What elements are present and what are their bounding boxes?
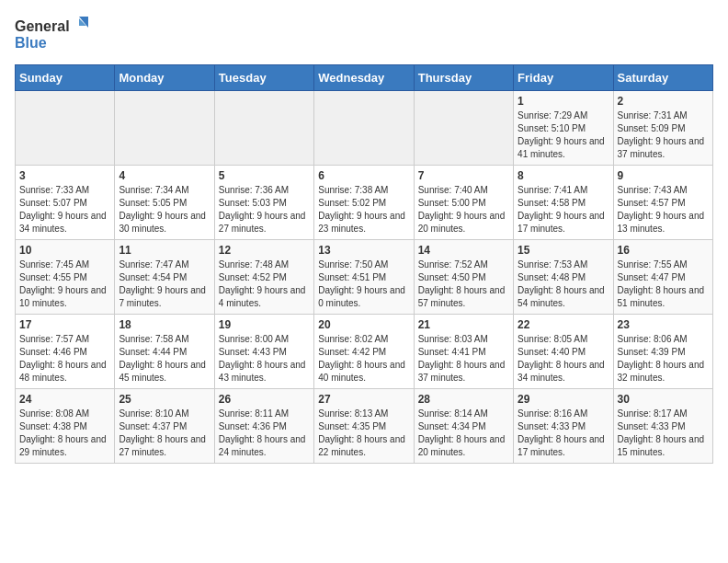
day-info: Sunrise: 8:16 AM Sunset: 4:33 PM Dayligh…: [518, 408, 609, 459]
header: GeneralBlue: [15, 15, 713, 53]
day-info: Sunrise: 7:36 AM Sunset: 5:03 PM Dayligh…: [219, 184, 310, 236]
day-cell: 21Sunrise: 8:03 AM Sunset: 4:41 PM Dayli…: [414, 315, 513, 389]
day-number: 30: [618, 393, 709, 406]
day-number: 17: [19, 318, 110, 331]
day-cell: [314, 91, 414, 166]
day-info: Sunrise: 8:06 AM Sunset: 4:39 PM Dayligh…: [618, 333, 709, 385]
day-number: 12: [219, 244, 310, 257]
day-number: 29: [518, 393, 609, 406]
week-row-5: 24Sunrise: 8:08 AM Sunset: 4:38 PM Dayli…: [16, 389, 713, 464]
day-number: 23: [618, 318, 709, 331]
day-number: 8: [518, 169, 609, 182]
day-cell: 4Sunrise: 7:34 AM Sunset: 5:05 PM Daylig…: [115, 166, 214, 240]
day-info: Sunrise: 8:02 AM Sunset: 4:42 PM Dayligh…: [318, 333, 409, 385]
day-cell: [414, 91, 513, 166]
week-row-3: 10Sunrise: 7:45 AM Sunset: 4:55 PM Dayli…: [16, 240, 713, 315]
week-row-4: 17Sunrise: 7:57 AM Sunset: 4:46 PM Dayli…: [16, 315, 713, 389]
day-cell: 9Sunrise: 7:43 AM Sunset: 4:57 PM Daylig…: [613, 166, 712, 240]
day-number: 5: [219, 169, 310, 182]
day-cell: [16, 91, 115, 166]
day-number: 6: [318, 169, 409, 182]
day-info: Sunrise: 7:48 AM Sunset: 4:52 PM Dayligh…: [219, 259, 310, 310]
day-info: Sunrise: 7:34 AM Sunset: 5:05 PM Dayligh…: [119, 184, 210, 236]
day-info: Sunrise: 7:29 AM Sunset: 5:10 PM Dayligh…: [518, 109, 609, 161]
day-number: 26: [219, 393, 310, 406]
weekday-header-wednesday: Wednesday: [314, 65, 414, 91]
week-row-1: 1Sunrise: 7:29 AM Sunset: 5:10 PM Daylig…: [16, 91, 713, 166]
day-cell: 8Sunrise: 7:41 AM Sunset: 4:58 PM Daylig…: [514, 166, 613, 240]
day-cell: 17Sunrise: 7:57 AM Sunset: 4:46 PM Dayli…: [16, 315, 115, 389]
day-number: 10: [19, 244, 110, 257]
day-info: Sunrise: 8:14 AM Sunset: 4:34 PM Dayligh…: [418, 408, 509, 459]
day-cell: 22Sunrise: 8:05 AM Sunset: 4:40 PM Dayli…: [514, 315, 613, 389]
day-number: 22: [518, 318, 609, 331]
calendar-table: SundayMondayTuesdayWednesdayThursdayFrid…: [15, 64, 713, 464]
day-number: 24: [19, 393, 110, 406]
day-cell: 5Sunrise: 7:36 AM Sunset: 5:03 PM Daylig…: [214, 166, 313, 240]
day-cell: 24Sunrise: 8:08 AM Sunset: 4:38 PM Dayli…: [16, 389, 115, 464]
day-cell: 26Sunrise: 8:11 AM Sunset: 4:36 PM Dayli…: [214, 389, 313, 464]
day-info: Sunrise: 8:00 AM Sunset: 4:43 PM Dayligh…: [219, 333, 310, 385]
day-info: Sunrise: 7:33 AM Sunset: 5:07 PM Dayligh…: [19, 184, 110, 236]
day-number: 27: [318, 393, 409, 406]
day-number: 21: [418, 318, 509, 331]
day-cell: 16Sunrise: 7:55 AM Sunset: 4:47 PM Dayli…: [613, 240, 712, 315]
day-cell: 19Sunrise: 8:00 AM Sunset: 4:43 PM Dayli…: [214, 315, 313, 389]
day-cell: 30Sunrise: 8:17 AM Sunset: 4:33 PM Dayli…: [613, 389, 712, 464]
logo-icon: GeneralBlue: [15, 15, 97, 53]
day-info: Sunrise: 7:31 AM Sunset: 5:09 PM Dayligh…: [618, 109, 709, 161]
day-cell: 13Sunrise: 7:50 AM Sunset: 4:51 PM Dayli…: [314, 240, 414, 315]
day-number: 15: [518, 244, 609, 257]
day-info: Sunrise: 7:58 AM Sunset: 4:44 PM Dayligh…: [119, 333, 210, 385]
day-info: Sunrise: 8:17 AM Sunset: 4:33 PM Dayligh…: [618, 408, 709, 459]
day-cell: 14Sunrise: 7:52 AM Sunset: 4:50 PM Dayli…: [414, 240, 513, 315]
day-cell: 27Sunrise: 8:13 AM Sunset: 4:35 PM Dayli…: [314, 389, 414, 464]
day-number: 18: [119, 318, 210, 331]
day-number: 7: [418, 169, 509, 182]
day-info: Sunrise: 8:10 AM Sunset: 4:37 PM Dayligh…: [119, 408, 210, 459]
day-number: 14: [418, 244, 509, 257]
weekday-header-saturday: Saturday: [613, 65, 712, 91]
day-number: 9: [618, 169, 709, 182]
day-info: Sunrise: 7:43 AM Sunset: 4:57 PM Dayligh…: [618, 184, 709, 236]
day-info: Sunrise: 7:40 AM Sunset: 5:00 PM Dayligh…: [418, 184, 509, 236]
weekday-header-row: SundayMondayTuesdayWednesdayThursdayFrid…: [16, 65, 713, 91]
day-info: Sunrise: 8:08 AM Sunset: 4:38 PM Dayligh…: [19, 408, 110, 459]
day-number: 2: [618, 95, 709, 108]
svg-text:Blue: Blue: [15, 35, 47, 51]
day-number: 20: [318, 318, 409, 331]
day-info: Sunrise: 8:11 AM Sunset: 4:36 PM Dayligh…: [219, 408, 310, 459]
day-cell: [115, 91, 214, 166]
day-info: Sunrise: 7:53 AM Sunset: 4:48 PM Dayligh…: [518, 259, 609, 310]
day-number: 16: [618, 244, 709, 257]
day-info: Sunrise: 8:03 AM Sunset: 4:41 PM Dayligh…: [418, 333, 509, 385]
day-cell: 12Sunrise: 7:48 AM Sunset: 4:52 PM Dayli…: [214, 240, 313, 315]
day-cell: 28Sunrise: 8:14 AM Sunset: 4:34 PM Dayli…: [414, 389, 513, 464]
week-row-2: 3Sunrise: 7:33 AM Sunset: 5:07 PM Daylig…: [16, 166, 713, 240]
day-number: 25: [119, 393, 210, 406]
day-info: Sunrise: 7:45 AM Sunset: 4:55 PM Dayligh…: [19, 259, 110, 310]
day-cell: 18Sunrise: 7:58 AM Sunset: 4:44 PM Dayli…: [115, 315, 214, 389]
day-cell: 3Sunrise: 7:33 AM Sunset: 5:07 PM Daylig…: [16, 166, 115, 240]
day-cell: [214, 91, 313, 166]
day-number: 19: [219, 318, 310, 331]
day-cell: 10Sunrise: 7:45 AM Sunset: 4:55 PM Dayli…: [16, 240, 115, 315]
day-info: Sunrise: 7:52 AM Sunset: 4:50 PM Dayligh…: [418, 259, 509, 310]
day-number: 4: [119, 169, 210, 182]
weekday-header-thursday: Thursday: [414, 65, 513, 91]
logo: GeneralBlue: [15, 15, 97, 53]
day-cell: 25Sunrise: 8:10 AM Sunset: 4:37 PM Dayli…: [115, 389, 214, 464]
day-cell: 29Sunrise: 8:16 AM Sunset: 4:33 PM Dayli…: [514, 389, 613, 464]
day-cell: 20Sunrise: 8:02 AM Sunset: 4:42 PM Dayli…: [314, 315, 414, 389]
day-info: Sunrise: 8:13 AM Sunset: 4:35 PM Dayligh…: [318, 408, 409, 459]
day-number: 28: [418, 393, 509, 406]
day-cell: 23Sunrise: 8:06 AM Sunset: 4:39 PM Dayli…: [613, 315, 712, 389]
day-info: Sunrise: 7:38 AM Sunset: 5:02 PM Dayligh…: [318, 184, 409, 236]
svg-text:General: General: [15, 18, 70, 34]
day-number: 11: [119, 244, 210, 257]
day-cell: 7Sunrise: 7:40 AM Sunset: 5:00 PM Daylig…: [414, 166, 513, 240]
day-number: 13: [318, 244, 409, 257]
weekday-header-friday: Friday: [514, 65, 613, 91]
day-number: 3: [19, 169, 110, 182]
day-info: Sunrise: 7:47 AM Sunset: 4:54 PM Dayligh…: [119, 259, 210, 310]
